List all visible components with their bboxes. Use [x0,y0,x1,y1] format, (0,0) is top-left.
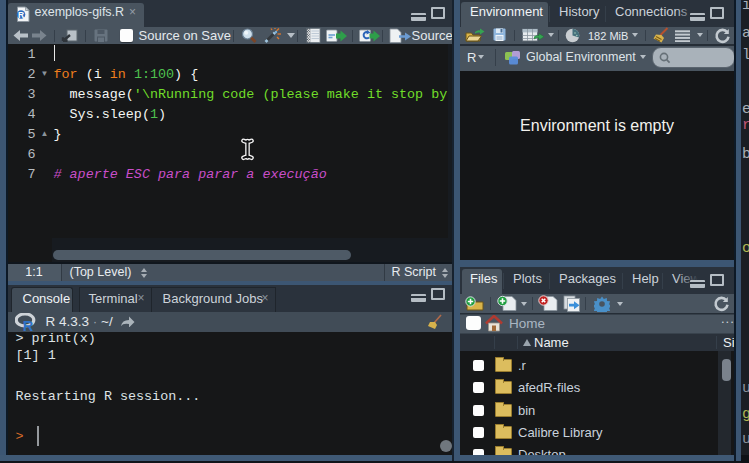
svg-text:R: R [22,318,33,332]
svg-text:R: R [17,10,23,20]
